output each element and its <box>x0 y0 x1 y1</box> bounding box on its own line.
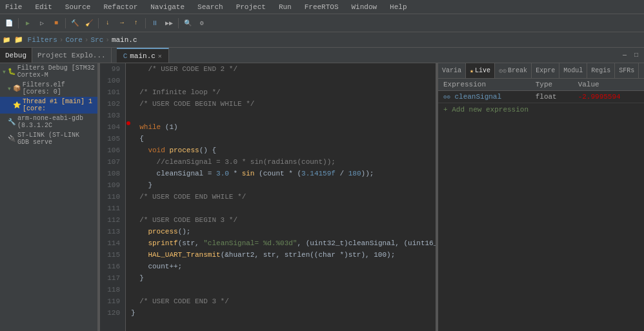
tab-expre[interactable]: Expre <box>532 63 559 78</box>
toolbar-sep5 <box>178 18 179 28</box>
regis-tab-label: Regis <box>591 67 610 74</box>
tree-filters-elf-label: Filters.elf [cores: 0] <box>23 81 95 95</box>
menu-edit[interactable]: Edit <box>32 2 54 12</box>
menu-run[interactable]: Run <box>276 2 294 12</box>
editor-tab-main-c[interactable]: C main.c ✕ <box>117 48 169 63</box>
code-editor: 99100101102103 104105106107108 109110111… <box>100 63 436 331</box>
menu-freertos[interactable]: FreeRTOS <box>302 2 341 12</box>
breadcrumb-sep2: › <box>85 36 89 44</box>
toolbar-sep1 <box>18 18 19 28</box>
breadcrumb-core[interactable]: Core <box>65 36 82 44</box>
menu-project[interactable]: Project <box>234 2 268 12</box>
editor-tab-label: main.c <box>130 52 156 60</box>
modul-tab-label: Modul <box>563 67 583 74</box>
variables-tab-label: Varia <box>442 67 461 74</box>
right-panel-tabs: Varia ★ Live ⊙⊙ Break Expre Modul Regis … <box>438 63 644 79</box>
tree-filters-debug-label: Filters Debug [STM32 Cortex-M <box>17 65 95 79</box>
tree-stlink-label: ST-LINK (ST-LINK GDB serve <box>17 132 95 146</box>
menu-refactor[interactable]: Refactor <box>101 2 140 12</box>
tab-variables[interactable]: Varia <box>438 63 466 78</box>
breadcrumb-src[interactable]: Src <box>90 36 103 44</box>
variables-panel: Expression Type Value ⊙⊙ cleanSignal flo… <box>438 79 644 331</box>
code-content[interactable]: 99100101102103 104105106107108 109110111… <box>100 63 436 331</box>
editor-tab-icon: C <box>123 52 128 60</box>
menu-navigate[interactable]: Navigate <box>148 2 187 12</box>
toolbar-resume[interactable]: ▶▶ <box>163 17 176 30</box>
tree-filters-debug[interactable]: ▼ 🐛 Filters Debug [STM32 Cortex-M <box>0 63 97 80</box>
var-type-cleansignal: float <box>530 91 573 103</box>
code-text[interactable]: /* USER CODE END 2 */ /* Infinite loop *… <box>126 63 436 331</box>
breadcrumb-sep1: › <box>59 36 64 44</box>
toolbar-step-return[interactable]: ↑ <box>130 17 143 30</box>
tab-break[interactable]: ⊙⊙ Break <box>495 63 532 78</box>
tree-arm-gdb-label: arm-none-eabi-gdb (8.3.1.2C <box>17 115 95 129</box>
line-numbers: 99100101102103 104105106107108 109110111… <box>100 63 126 331</box>
tree-stlink[interactable]: 🔌 ST-LINK (ST-LINK GDB serve <box>0 130 97 147</box>
var-name-cleansignal: cleanSignal <box>454 93 501 101</box>
sfrs-tab-label: SFRs <box>619 67 634 74</box>
tree-arm-gdb[interactable]: 🔧 arm-none-eabi-gdb (8.3.1.2C <box>0 114 97 130</box>
tab-debug[interactable]: Debug <box>0 48 32 63</box>
breadcrumb-filters[interactable]: 📁 Filters <box>14 35 57 44</box>
tab-sfrs[interactable]: SFRs <box>615 63 639 78</box>
tab-project-explorer[interactable]: Project Explo... <box>32 48 112 63</box>
add-expression[interactable]: + Add new expression <box>438 103 644 116</box>
project-explorer-label: Project Explo... <box>37 52 106 59</box>
toolbar-sep2 <box>65 18 66 28</box>
toolbar-step-over[interactable]: → <box>116 17 128 30</box>
variable-row-cleansignal[interactable]: ⊙⊙ cleanSignal float -2.9995594 <box>438 91 644 103</box>
minimize-editor[interactable]: — <box>619 50 630 61</box>
col-type: Type <box>530 79 573 91</box>
tree-thread1[interactable]: ⭐ Thread #1 [main] 1 [core: <box>0 97 97 114</box>
menu-file[interactable]: File <box>3 2 25 12</box>
tab-live[interactable]: ★ Live <box>466 63 495 78</box>
breadcrumb-sep3: › <box>105 36 110 44</box>
toolbar-run[interactable]: ▷ <box>35 17 48 30</box>
breadcrumb-file: main.c <box>112 36 137 44</box>
toolbar-new[interactable]: 📄 <box>3 17 15 30</box>
var-value-cleansignal: -2.9995594 <box>573 91 644 103</box>
tree-thread1-label: Thread #1 [main] 1 [core: <box>23 98 95 112</box>
expre-tab-label: Expre <box>536 67 555 74</box>
tab-modul[interactable]: Modul <box>559 63 587 78</box>
right-panel: Varia ★ Live ⊙⊙ Break Expre Modul Regis … <box>438 63 644 331</box>
toolbar-sep3 <box>98 18 99 28</box>
col-expression: Expression <box>438 79 530 91</box>
toolbar-stop[interactable]: ■ <box>50 17 63 30</box>
menu-window[interactable]: Window <box>349 2 380 12</box>
right-panel-controls: ✕ □ <box>639 63 644 78</box>
break-tab-label: Break <box>508 67 527 74</box>
toolbar-search[interactable]: 🔍 <box>181 17 194 30</box>
editor-tab-close[interactable]: ✕ <box>158 52 162 60</box>
toolbar-clean[interactable]: 🧹 <box>83 17 96 30</box>
toolbar-step-into[interactable]: ↓ <box>101 17 114 30</box>
col-value: Value <box>573 79 644 91</box>
menu-help[interactable]: Help <box>387 2 409 12</box>
variables-table: Expression Type Value ⊙⊙ cleanSignal flo… <box>438 79 644 103</box>
debug-tab-label: Debug <box>5 52 26 59</box>
panel-minimize[interactable]: ✕ <box>641 66 644 76</box>
live-tab-label: Live <box>475 67 490 74</box>
menu-source[interactable]: Source <box>63 2 94 12</box>
main-toolbar: 📄 ▶ ▷ ■ 🔨 🧹 ↓ → ↑ ⏸ ▶▶ 🔍 ⚙ <box>0 14 644 32</box>
breadcrumb-toolbar: 📁 📁 Filters › Core › Src › main.c <box>0 32 644 48</box>
debug-sidebar: ▼ 🐛 Filters Debug [STM32 Cortex-M ▼ 📦 Fi… <box>0 63 98 331</box>
menu-search[interactable]: Search <box>195 2 226 12</box>
top-panel-tabs: Debug Project Explo... C main.c ✕ — □ <box>0 48 644 63</box>
breadcrumb: 📁 Filters › Core › Src › main.c <box>14 35 137 44</box>
toolbar-debug[interactable]: ▶ <box>21 17 34 30</box>
maximize-editor[interactable]: □ <box>631 50 641 61</box>
toolbar-build[interactable]: 🔨 <box>68 17 81 30</box>
toolbar-sep4 <box>145 18 146 28</box>
tree-filters-elf[interactable]: ▼ 📦 Filters.elf [cores: 0] <box>0 80 97 97</box>
tab-regis[interactable]: Regis <box>587 63 615 78</box>
menu-bar: File Edit Source Refactor Navigate Searc… <box>0 0 644 14</box>
toolbar-suspend[interactable]: ⏸ <box>148 17 161 30</box>
toolbar-prefs[interactable]: ⚙ <box>196 17 208 30</box>
main-layout: ▼ 🐛 Filters Debug [STM32 Cortex-M ▼ 📦 Fi… <box>0 63 644 331</box>
